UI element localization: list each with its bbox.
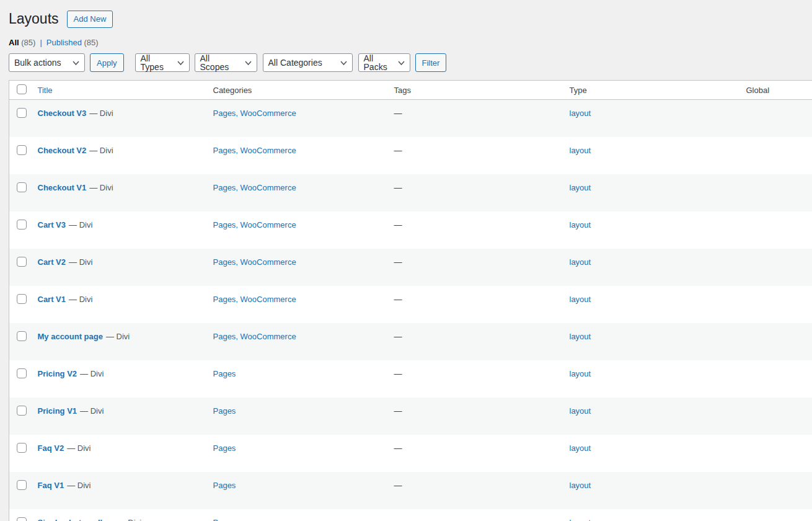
- type-link[interactable]: layout: [570, 295, 591, 304]
- scopes-selected-value: All Scopes: [200, 54, 240, 71]
- category-link[interactable]: Pages: [213, 481, 236, 490]
- row-checkbox[interactable]: [17, 368, 27, 378]
- table-body: Checkout V3— Divi Pages, WooCommerce — l…: [9, 100, 812, 521]
- category-link[interactable]: Pages, WooCommerce: [213, 109, 296, 118]
- type-link[interactable]: layout: [570, 443, 591, 453]
- category-link[interactable]: Pages: [213, 369, 236, 378]
- view-all-label: All: [9, 38, 19, 47]
- layout-title-suffix: — Divi: [80, 369, 104, 378]
- row-checkbox[interactable]: [17, 257, 27, 267]
- page-title: Layouts: [9, 10, 59, 29]
- layout-title-link[interactable]: Checkout V2: [38, 146, 87, 155]
- layout-title-suffix: — Divi: [106, 332, 130, 341]
- scopes-filter-select[interactable]: All Scopes: [195, 53, 257, 72]
- row-checkbox[interactable]: [17, 480, 27, 490]
- row-checkbox[interactable]: [17, 182, 27, 192]
- tags-value: —: [394, 109, 402, 118]
- category-link[interactable]: Pages: [213, 518, 236, 521]
- table-row: Pricing V2— Divi Pages — layout: [9, 360, 812, 398]
- tags-value: —: [394, 220, 402, 229]
- layout-title-link[interactable]: Faq V1: [38, 481, 64, 490]
- layout-title-suffix: — Divi: [67, 443, 90, 453]
- apply-button[interactable]: Apply: [90, 53, 124, 72]
- table-row: Pricing V1— Divi Pages — layout: [9, 398, 812, 435]
- tags-value: —: [394, 146, 402, 155]
- category-link[interactable]: Pages, WooCommerce: [213, 183, 296, 192]
- layout-title-suffix: — Divi: [118, 518, 141, 521]
- layout-title-suffix: — Divi: [69, 257, 92, 267]
- type-link[interactable]: layout: [570, 146, 591, 155]
- layout-title-link[interactable]: Cart V1: [38, 295, 66, 304]
- view-all-link[interactable]: All (85): [9, 38, 35, 47]
- type-link[interactable]: layout: [570, 481, 591, 490]
- table-filter-bar: Bulk actions Apply All Types All Scopes …: [9, 53, 812, 72]
- bulk-actions-selected-value: Bulk actions: [14, 58, 61, 67]
- layout-title-link[interactable]: Pricing V1: [38, 406, 77, 416]
- type-link[interactable]: layout: [570, 518, 591, 521]
- column-header-type: Type: [563, 81, 740, 100]
- row-checkbox[interactable]: [17, 220, 27, 229]
- layout-title-suffix: — Divi: [67, 481, 90, 490]
- view-links-separator: |: [40, 38, 42, 47]
- row-checkbox[interactable]: [17, 517, 27, 521]
- category-link[interactable]: Pages, WooCommerce: [213, 220, 296, 229]
- tags-value: —: [394, 183, 402, 192]
- column-header-categories: Categories: [207, 81, 388, 100]
- column-header-title-sort[interactable]: Title: [38, 86, 53, 95]
- layout-title-suffix: — Divi: [89, 109, 113, 118]
- layout-title-link[interactable]: Single photo gallery: [38, 518, 115, 521]
- layout-title-link[interactable]: My account page: [38, 332, 103, 341]
- category-link[interactable]: Pages, WooCommerce: [213, 295, 296, 304]
- bulk-actions-select[interactable]: Bulk actions: [9, 53, 85, 72]
- layouts-admin-page: Layouts Add New All (85) | Published (85…: [9, 0, 812, 521]
- type-link[interactable]: layout: [570, 406, 591, 416]
- row-checkbox[interactable]: [17, 294, 27, 304]
- row-checkbox[interactable]: [17, 145, 27, 155]
- layout-title-suffix: — Divi: [80, 406, 104, 416]
- packs-filter-select[interactable]: All Packs: [358, 53, 410, 72]
- chevron-down-icon: [177, 61, 184, 65]
- table-row: Checkout V2— Divi Pages, WooCommerce — l…: [9, 137, 812, 174]
- category-link[interactable]: Pages: [213, 443, 236, 453]
- table-row: Faq V2— Divi Pages — layout: [9, 435, 812, 472]
- layout-title-link[interactable]: Faq V2: [38, 443, 64, 453]
- tags-value: —: [394, 332, 402, 341]
- chevron-down-icon: [398, 61, 405, 65]
- view-filter-links: All (85) | Published (85): [9, 38, 812, 47]
- view-published-link[interactable]: Published (85): [46, 38, 99, 47]
- table-row: Cart V3— Divi Pages, WooCommerce — layou…: [9, 212, 812, 249]
- category-link[interactable]: Pages, WooCommerce: [213, 257, 296, 267]
- table-row: Faq V1— Divi Pages — layout: [9, 472, 812, 509]
- type-link[interactable]: layout: [570, 183, 591, 192]
- filter-button[interactable]: Filter: [415, 53, 447, 72]
- row-checkbox[interactable]: [17, 108, 27, 118]
- layout-title-link[interactable]: Cart V3: [38, 220, 66, 229]
- type-link[interactable]: layout: [570, 369, 591, 378]
- select-all-checkbox[interactable]: [17, 84, 27, 94]
- category-link[interactable]: Pages: [213, 406, 236, 416]
- table-row: Single photo gallery— Divi Pages — layou…: [9, 509, 812, 521]
- type-link[interactable]: layout: [570, 257, 591, 267]
- layout-title-link[interactable]: Checkout V3: [38, 109, 87, 118]
- layouts-list-table: Title Categories Tags Type Global Checko…: [9, 80, 812, 521]
- types-filter-select[interactable]: All Types: [135, 53, 190, 72]
- chevron-down-icon: [340, 61, 347, 65]
- type-link[interactable]: layout: [570, 332, 591, 341]
- row-checkbox[interactable]: [17, 443, 27, 453]
- layout-title-link[interactable]: Cart V2: [38, 257, 66, 267]
- type-link[interactable]: layout: [570, 109, 591, 118]
- row-checkbox[interactable]: [17, 331, 27, 341]
- tags-value: —: [394, 295, 402, 304]
- layout-title-link[interactable]: Pricing V2: [38, 369, 77, 378]
- type-link[interactable]: layout: [570, 220, 591, 229]
- categories-filter-select[interactable]: All Categories: [263, 53, 353, 72]
- layout-title-suffix: — Divi: [69, 220, 92, 229]
- category-link[interactable]: Pages, WooCommerce: [213, 146, 296, 155]
- category-link[interactable]: Pages, WooCommerce: [213, 332, 296, 341]
- row-checkbox[interactable]: [17, 406, 27, 416]
- chevron-down-icon: [245, 61, 252, 65]
- categories-selected-value: All Categories: [268, 58, 322, 67]
- chevron-down-icon: [73, 61, 79, 65]
- add-new-button[interactable]: Add New: [67, 11, 113, 28]
- layout-title-link[interactable]: Checkout V1: [38, 183, 87, 192]
